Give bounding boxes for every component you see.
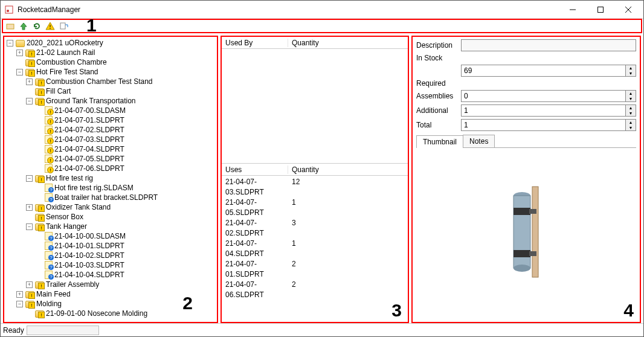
expand-toggle[interactable]: − bbox=[16, 301, 23, 307]
open-folder-icon[interactable] bbox=[4, 20, 16, 32]
warning-icon[interactable] bbox=[44, 20, 56, 32]
tree-row[interactable]: 21-04-07-01.SLDPRT bbox=[7, 115, 217, 125]
list-cell-name: 21-04-07-05.SLDPRT bbox=[225, 197, 292, 218]
refresh-icon[interactable] bbox=[31, 20, 43, 32]
tree-row[interactable]: −Molding bbox=[7, 299, 217, 309]
tree-scroll[interactable]: −2020_2021 uORocketry+21-02 Launch RailC… bbox=[4, 37, 217, 322]
toolbar bbox=[2, 19, 642, 33]
assemblies-input[interactable] bbox=[461, 90, 626, 102]
total-input[interactable] bbox=[461, 119, 626, 131]
tab-notes[interactable]: Notes bbox=[463, 135, 495, 147]
file-warn-icon bbox=[45, 126, 53, 134]
minimize-button[interactable] bbox=[559, 1, 587, 18]
tree-row[interactable]: −Hot Fire Test Stand bbox=[7, 67, 217, 77]
spin-up-icon[interactable]: ▲ bbox=[626, 65, 636, 71]
tree-label: Tank Hanger bbox=[46, 222, 87, 231]
list-row[interactable]: 21-04-07-05.SLDPRT1 bbox=[225, 197, 404, 218]
tree-row[interactable]: +Main Feed bbox=[7, 289, 217, 299]
tree-label: 21-04-10-03.SLDPRT bbox=[54, 260, 124, 270]
expand-toggle[interactable]: + bbox=[26, 204, 33, 211]
tree-label: 21-04-10-04.SLDPRT bbox=[54, 270, 124, 280]
expand-toggle[interactable]: + bbox=[26, 281, 33, 288]
folder-warn-icon bbox=[35, 175, 44, 182]
tree-row[interactable]: 21-04-10-00.SLDASM bbox=[7, 231, 217, 241]
tree-label: 21-04-10-01.SLDPRT bbox=[54, 241, 124, 251]
list-row[interactable]: 21-04-07-02.SLDPRT3 bbox=[225, 218, 404, 239]
tree-row[interactable]: 21-04-07-03.SLDPRT bbox=[7, 135, 217, 144]
tree-row[interactable]: −Tank Hanger bbox=[7, 222, 217, 231]
tree-row[interactable]: 21-04-07-04.SLDPRT bbox=[7, 144, 217, 154]
spin-down-icon[interactable]: ▼ bbox=[626, 111, 636, 116]
tree-row[interactable]: 21-04-07-05.SLDPRT bbox=[7, 154, 217, 164]
expand-toggle[interactable]: − bbox=[16, 69, 23, 75]
list-row[interactable]: 21-04-07-04.SLDPRT1 bbox=[225, 239, 404, 259]
tree-row[interactable]: Hot fire test rig.SLDASM bbox=[7, 183, 217, 193]
tree-row[interactable]: 21-04-07-06.SLDPRT bbox=[7, 164, 217, 173]
svg-point-8 bbox=[50, 28, 51, 29]
up-arrow-icon[interactable] bbox=[18, 20, 30, 32]
additional-label: Additional bbox=[416, 106, 457, 115]
tree-row[interactable]: 21-04-07-00.SLDASM bbox=[7, 106, 217, 115]
tree-label: Main Feed bbox=[36, 289, 71, 299]
spin-down-icon[interactable]: ▼ bbox=[626, 96, 636, 101]
svg-rect-9 bbox=[60, 23, 65, 29]
tree-label: Hot Fire Test Stand bbox=[36, 67, 98, 77]
tree-panel: −2020_2021 uORocketry+21-02 Launch RailC… bbox=[3, 36, 218, 323]
tree-row[interactable]: +Trailer Assembly bbox=[7, 280, 217, 289]
list-row[interactable]: 21-04-07-01.SLDPRT2 bbox=[225, 259, 404, 280]
expand-toggle[interactable]: − bbox=[26, 175, 33, 182]
assemblies-spinner[interactable]: ▲▼ bbox=[461, 90, 636, 102]
tree-row[interactable]: −Hot fire test rig bbox=[7, 173, 217, 183]
spin-up-icon[interactable]: ▲ bbox=[626, 120, 636, 125]
usedby-col-qty[interactable]: Quantity bbox=[288, 39, 319, 47]
tree-row[interactable]: Fill Cart bbox=[7, 86, 217, 96]
tree-label: Combustion Chamber Test Stand bbox=[46, 77, 153, 86]
export-icon[interactable] bbox=[57, 20, 69, 32]
expand-toggle[interactable]: + bbox=[26, 79, 33, 85]
description-field[interactable] bbox=[461, 39, 636, 51]
usedby-col-name[interactable]: Used By bbox=[222, 39, 288, 47]
expand-toggle[interactable]: + bbox=[16, 291, 23, 298]
additional-spinner[interactable]: ▲▼ bbox=[461, 104, 636, 117]
maximize-button[interactable] bbox=[587, 1, 614, 18]
tree-row[interactable]: 21-04-10-04.SLDPRT bbox=[7, 270, 217, 280]
tree-row[interactable]: 21-04-07-02.SLDPRT bbox=[7, 125, 217, 135]
uses-col-qty[interactable]: Quantity bbox=[288, 165, 319, 174]
list-row[interactable]: 21-04-07-03.SLDPRT12 bbox=[225, 177, 404, 197]
instock-input[interactable] bbox=[461, 65, 626, 77]
tree-row[interactable]: Sensor Box bbox=[7, 212, 217, 222]
expand-toggle[interactable]: − bbox=[26, 223, 33, 230]
instock-spinner[interactable]: ▲▼ bbox=[461, 65, 636, 77]
tree-row[interactable]: Combustion Chambre bbox=[7, 57, 217, 67]
spin-down-icon[interactable]: ▼ bbox=[626, 71, 636, 76]
spin-up-icon[interactable]: ▲ bbox=[626, 105, 636, 111]
uses-col-name[interactable]: Uses bbox=[222, 165, 288, 174]
tree-row[interactable]: +Combustion Chamber Test Stand bbox=[7, 77, 217, 86]
tree-row[interactable]: 21-04-10-02.SLDPRT bbox=[7, 251, 217, 260]
folder-warn-icon bbox=[25, 59, 34, 66]
expand-toggle[interactable]: + bbox=[16, 50, 23, 56]
tree-row[interactable]: +Oxidizer Tank Stand bbox=[7, 202, 217, 212]
tree-row[interactable]: 21-04-10-03.SLDPRT bbox=[7, 260, 217, 270]
app-window: RocketcadManager 1 −2020_2021 uORocketry… bbox=[0, 0, 644, 337]
file-warn-icon bbox=[45, 135, 53, 144]
spin-down-icon[interactable]: ▼ bbox=[626, 125, 636, 130]
tree-row[interactable]: 21-04-10-01.SLDPRT bbox=[7, 241, 217, 251]
additional-input[interactable] bbox=[461, 104, 626, 117]
tree-row[interactable]: +21-02 Launch Rail bbox=[7, 48, 217, 57]
project-tree[interactable]: −2020_2021 uORocketry+21-02 Launch RailC… bbox=[4, 37, 217, 319]
tab-thumbnail[interactable]: Thumbnail bbox=[416, 135, 463, 148]
spin-up-icon[interactable]: ▲ bbox=[626, 91, 636, 96]
expand-toggle[interactable]: − bbox=[26, 98, 33, 104]
svg-rect-17 bbox=[529, 251, 536, 256]
close-button[interactable] bbox=[614, 1, 642, 18]
list-row[interactable]: 21-04-07-06.SLDPRT2 bbox=[225, 280, 404, 300]
tree-row[interactable]: −2020_2021 uORocketry bbox=[7, 38, 217, 48]
list-cell-name: 21-04-07-01.SLDPRT bbox=[225, 259, 292, 280]
tree-row[interactable]: 21-09-01-00 Nosecone Molding bbox=[7, 309, 217, 318]
tree-row[interactable]: −Ground Tank Transportation bbox=[7, 96, 217, 106]
total-spinner[interactable]: ▲▼ bbox=[461, 119, 636, 131]
expand-toggle[interactable]: − bbox=[7, 40, 13, 47]
file-question-icon bbox=[45, 193, 53, 202]
tree-row[interactable]: Boat trailer hat bracket.SLDPRT bbox=[7, 193, 217, 202]
